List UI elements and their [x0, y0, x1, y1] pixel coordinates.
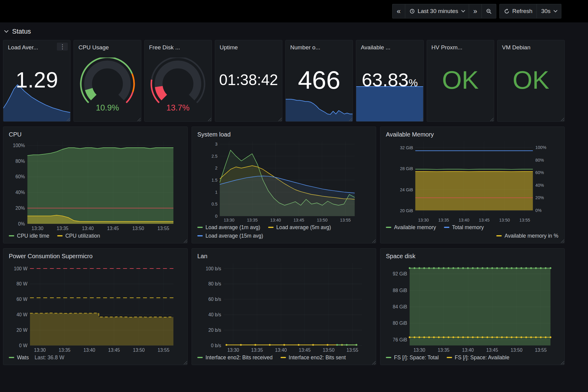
- legend-item[interactable]: Interface eno2: Bits received: [197, 353, 273, 362]
- panel-title[interactable]: HV Proxm...: [432, 44, 484, 51]
- svg-text:13:40: 13:40: [270, 218, 281, 222]
- zoom-out-button[interactable]: [481, 4, 496, 18]
- resize-handle[interactable]: [183, 361, 187, 364]
- panel-title[interactable]: Power Consumtion Supermicro: [6, 251, 93, 261]
- chevron-down-icon: [554, 8, 557, 12]
- svg-text:13:45: 13:45: [486, 348, 498, 353]
- svg-text:13:40: 13:40: [275, 348, 287, 353]
- legend-marker: [444, 227, 449, 228]
- time-controls-group: « Last 30 minutes »: [392, 4, 496, 18]
- resize-handle[interactable]: [560, 361, 564, 364]
- panel-title[interactable]: Available ...: [361, 44, 413, 51]
- row-header-status[interactable]: Status: [5, 24, 565, 39]
- legend-item[interactable]: Load average (1m avg): [197, 223, 260, 232]
- resize-handle[interactable]: [372, 239, 376, 243]
- svg-text:13:30: 13:30: [224, 218, 234, 222]
- resize-handle[interactable]: [183, 239, 187, 243]
- panel-available-memory-stat: Available ... 63.83%: [356, 40, 423, 122]
- panel-title[interactable]: Available Memory: [383, 129, 434, 139]
- space-disk-chart[interactable]: 76 GiB80 GiB84 GiB88 GiB92 GiB13:3013:35…: [383, 261, 560, 353]
- svg-text:28 GiB: 28 GiB: [400, 166, 413, 171]
- legend-item[interactable]: Interface eno2: Bits sent: [281, 353, 346, 362]
- svg-text:40 W: 40 W: [16, 312, 28, 317]
- time-range-picker-button[interactable]: Last 30 minutes: [405, 4, 469, 18]
- panel-free-disk: Free Disk ... 13.7%: [144, 40, 212, 122]
- cpu-chart[interactable]: 0%20%40%60%80%100%13:3013:3513:4013:4513…: [6, 139, 183, 232]
- svg-text:13:55: 13:55: [347, 348, 358, 353]
- time-shift-back-button[interactable]: «: [393, 4, 405, 18]
- svg-text:32 GiB: 32 GiB: [400, 145, 413, 150]
- resize-handle[interactable]: [207, 117, 211, 121]
- resize-handle[interactable]: [137, 117, 141, 121]
- legend-item[interactable]: Total memory: [444, 223, 484, 232]
- panel-title[interactable]: System load: [194, 129, 231, 139]
- panel-title[interactable]: Number o...: [290, 44, 342, 51]
- panel-load-average: Load Aver... ⋮ 1.29: [3, 40, 71, 122]
- svg-text:2.5: 2.5: [212, 154, 218, 159]
- panel-available-memory: Available Memory 20 GiB24 GiB28 GiB32 Gi…: [380, 127, 565, 243]
- svg-text:80 GiB: 80 GiB: [393, 321, 407, 326]
- svg-text:13:40: 13:40: [462, 348, 474, 353]
- chevron-down-icon: [4, 28, 8, 32]
- svg-text:20 W: 20 W: [16, 328, 28, 333]
- svg-text:13:55: 13:55: [535, 348, 547, 353]
- legend-marker: [496, 235, 502, 236]
- legend-item[interactable]: Available memory: [386, 223, 436, 232]
- svg-text:13:50: 13:50: [323, 348, 334, 353]
- resize-handle[interactable]: [278, 117, 282, 121]
- legend-item[interactable]: CPU idle time: [9, 232, 49, 240]
- legend-item[interactable]: FS [/]: Space: Total: [386, 353, 439, 362]
- svg-text:13:30: 13:30: [34, 348, 46, 353]
- power-chart[interactable]: 0 W20 W40 W60 W80 W100 W13:3013:3513:401…: [6, 261, 183, 353]
- svg-text:13:50: 13:50: [132, 226, 144, 231]
- svg-text:88 GiB: 88 GiB: [393, 288, 407, 293]
- system-load-chart[interactable]: 00.511.522.5313:3013:3513:4013:4513:5013…: [194, 139, 372, 223]
- legend-item[interactable]: FS [/]: Space: Available: [447, 353, 510, 362]
- panel-title[interactable]: CPU Usage: [78, 44, 130, 51]
- sparkline: [356, 86, 423, 121]
- svg-text:13:35: 13:35: [59, 348, 71, 353]
- resize-handle[interactable]: [490, 117, 494, 121]
- legend-item[interactable]: Load average (15m avg): [197, 232, 263, 240]
- legend-item[interactable]: Load average (5m avg): [268, 223, 331, 232]
- panel-title[interactable]: Uptime: [220, 44, 272, 51]
- svg-text:13:45: 13:45: [107, 226, 119, 231]
- panel-title[interactable]: Lan: [194, 251, 207, 261]
- resize-handle[interactable]: [372, 361, 376, 364]
- time-shift-forward-button[interactable]: »: [469, 4, 481, 18]
- refresh-button[interactable]: Refresh: [500, 4, 537, 18]
- svg-text:76 GiB: 76 GiB: [393, 337, 407, 342]
- resize-handle[interactable]: [560, 117, 564, 121]
- svg-text:40%: 40%: [15, 190, 25, 195]
- svg-text:13:45: 13:45: [108, 348, 120, 353]
- svg-text:40 b/s: 40 b/s: [208, 312, 221, 317]
- legend-item[interactable]: CPU utilization: [57, 232, 100, 240]
- panel-number-of: Number o... 466: [285, 40, 353, 122]
- panel-title[interactable]: Free Disk ...: [149, 44, 201, 51]
- double-chevron-left-icon: «: [397, 8, 401, 15]
- charts-row-1: CPU 0%20%40%60%80%100%13:3013:3513:4013:…: [3, 127, 565, 243]
- panel-title[interactable]: Load Aver...: [8, 44, 60, 51]
- stat-value: 466: [286, 67, 353, 93]
- svg-text:20 GiB: 20 GiB: [400, 208, 413, 213]
- refresh-interval-button[interactable]: 30s: [537, 4, 561, 18]
- panel-system-load: System load 00.511.522.5313:3013:3513:40…: [192, 127, 376, 243]
- panel-title[interactable]: CPU: [6, 129, 21, 139]
- stat-value: OK: [427, 67, 494, 93]
- legend-item[interactable]: Available memory in %: [496, 232, 558, 240]
- svg-text:80 W: 80 W: [16, 281, 28, 286]
- dashboard: Status Load Aver... ⋮ 1.29 CPU Usage 10.…: [3, 24, 565, 365]
- legend-item[interactable]: WatsLast: 36.8 W: [9, 353, 64, 362]
- available-memory-chart[interactable]: 20 GiB24 GiB28 GiB32 GiB0%20%40%60%80%10…: [383, 139, 560, 223]
- resize-handle[interactable]: [560, 239, 564, 243]
- panel-title[interactable]: VM Debian: [502, 44, 554, 51]
- svg-text:13:35: 13:35: [438, 218, 449, 222]
- lan-chart[interactable]: 0 b/s20 b/s40 b/s60 b/s80 b/s100 b/s13:3…: [194, 261, 372, 353]
- refresh-icon: [504, 8, 510, 14]
- legend-marker: [9, 235, 14, 236]
- panel-title[interactable]: Space disk: [383, 251, 416, 261]
- svg-text:13:55: 13:55: [340, 218, 351, 222]
- stat-value: OK: [498, 67, 564, 93]
- time-range-label: Last 30 minutes: [418, 8, 458, 15]
- panel-menu-icon[interactable]: ⋮: [57, 43, 68, 51]
